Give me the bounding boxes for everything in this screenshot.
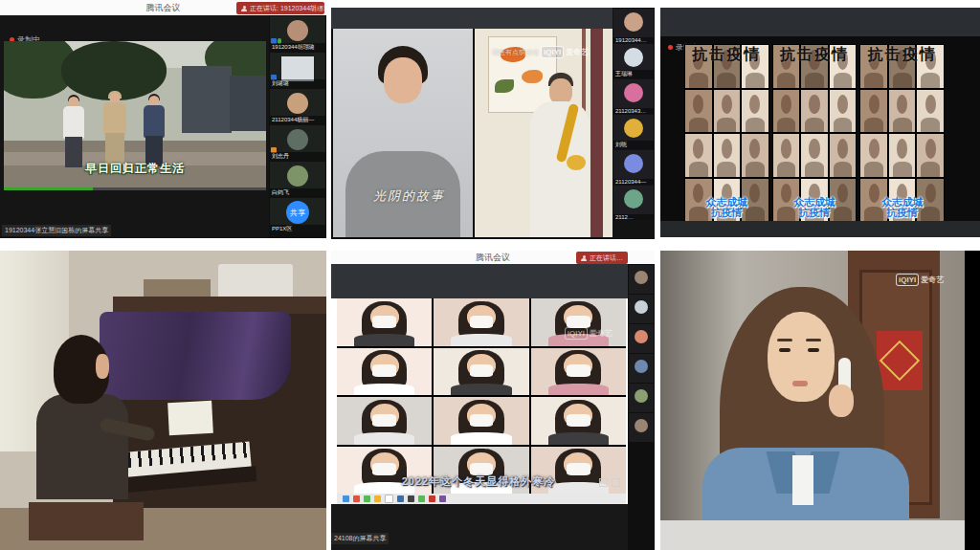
participant-tile[interactable]: [629, 413, 654, 442]
participant-tile[interactable]: [889, 134, 916, 177]
taskbar-app-icon[interactable]: [353, 495, 360, 502]
participant-tile[interactable]: 21120344—: [613, 150, 654, 185]
participant-tile[interactable]: [629, 265, 654, 294]
taskbar-app-icon[interactable]: [439, 495, 446, 502]
avatar: [624, 48, 643, 67]
player-controls[interactable]: [599, 478, 620, 487]
participant-tile[interactable]: [742, 90, 768, 133]
meeting-window-outdoor: 腾讯会议 正在讲话: 19120344胡璟璐 录制中: [0, 0, 326, 245]
face-mask: [470, 364, 494, 377]
participant-tile[interactable]: [773, 134, 800, 177]
taskbar-app-icon[interactable]: [408, 495, 414, 502]
participant-tile[interactable]: 王瑞琳: [613, 44, 654, 78]
participant-name: 2112…: [613, 214, 654, 220]
participant-tile[interactable]: [860, 90, 887, 133]
person-figure: [103, 93, 126, 171]
building: [230, 76, 266, 131]
participant-tile[interactable]: 刘志丹: [270, 125, 325, 161]
taskbar-app-icon[interactable]: [418, 495, 425, 502]
choir-tile[interactable]: [434, 348, 528, 396]
participant-sidebar: 19120344胡璟璐 刘璐璐 21120344杨丽— 刘志丹: [269, 15, 326, 238]
watermark: 瑞医有点萌没错 iQIYI 爱奇艺: [492, 46, 589, 58]
participant-name: 21120344—: [613, 179, 654, 185]
participant-tile[interactable]: 刘晓: [613, 115, 654, 149]
girl-video: iQIYI 爱奇艺: [660, 251, 980, 550]
inner-shirt: [792, 455, 813, 505]
person-icon: [581, 255, 587, 261]
participant-name: 19120344…: [613, 37, 654, 43]
participant-tile[interactable]: [714, 90, 741, 133]
choir-tile[interactable]: [531, 348, 626, 396]
figure-torso: [63, 106, 84, 139]
taskbar-app-icon[interactable]: [343, 495, 349, 502]
white-desk: [660, 520, 965, 550]
participant-tile[interactable]: [629, 354, 654, 383]
participant-tile[interactable]: [685, 134, 712, 177]
participant-tile[interactable]: [830, 90, 857, 133]
bottom-panel: 24108的屏幕共享: [331, 504, 655, 550]
participant-tile[interactable]: [629, 324, 654, 353]
participant-tile[interactable]: [714, 134, 741, 177]
figure-torso: [354, 432, 415, 444]
choir-tile[interactable]: [337, 348, 432, 396]
taskbar-app-icon[interactable]: [364, 495, 370, 502]
participant-tile[interactable]: 21120344杨丽—: [270, 89, 325, 124]
video-progress-bar[interactable]: [4, 187, 266, 190]
participant-tile[interactable]: [773, 90, 800, 133]
participant-tile[interactable]: [830, 134, 857, 177]
participant-tile[interactable]: [917, 134, 944, 177]
participant-tile[interactable]: [629, 384, 654, 412]
video-caption: 2022年这个冬天显得格外寒冷: [331, 474, 626, 489]
participant-tile[interactable]: [889, 90, 916, 133]
speaking-badge[interactable]: 正在讲话…: [576, 252, 628, 264]
participant-tile[interactable]: [917, 90, 944, 133]
taskbar[interactable]: [337, 494, 626, 504]
participant-tile[interactable]: 2112…: [613, 186, 654, 220]
choir-tile[interactable]: [337, 298, 432, 346]
taskbar-app-icon[interactable]: [429, 495, 435, 502]
participant-tile[interactable]: [742, 134, 768, 177]
avatar: [287, 129, 308, 150]
participant-tile[interactable]: [860, 134, 887, 177]
choir-tile[interactable]: [337, 397, 432, 445]
participant-tile[interactable]: [801, 90, 828, 133]
share-tile[interactable]: 共享 PP1X区: [270, 198, 325, 233]
participant-name: 21120343…: [613, 108, 654, 114]
room-scene: iQIYI 爱奇艺: [660, 251, 965, 550]
participant-tile[interactable]: [629, 295, 654, 323]
sheet-music: [167, 401, 213, 435]
figure-torso: [548, 432, 610, 444]
participant-name: 王瑞琳: [613, 70, 654, 78]
volume-icon[interactable]: [599, 478, 608, 487]
video-feed-singer: [333, 29, 473, 237]
choir-tile[interactable]: [434, 397, 528, 445]
taskbar-app-icon[interactable]: [374, 495, 381, 502]
participant-tile[interactable]: 19120344…: [613, 9, 654, 43]
slogan-line2: 抗疫情: [859, 208, 945, 219]
share-button[interactable]: 共享: [286, 201, 309, 224]
door-frame: [590, 29, 603, 237]
participant-tile[interactable]: 19120344胡璟璐: [270, 16, 325, 52]
window-toolbar: [660, 221, 980, 237]
participant-tile[interactable]: 21120343…: [613, 79, 654, 114]
pianist-face: [96, 354, 109, 379]
uploader-watermark: 瑞医有点萌没错: [492, 48, 539, 57]
choir-tile[interactable]: [434, 298, 528, 346]
participant-tile[interactable]: 白鸽飞: [270, 162, 325, 197]
taskbar-app-icon[interactable]: [385, 495, 393, 503]
participant-tile[interactable]: [685, 90, 712, 133]
piano-video: [0, 251, 326, 550]
fullscreen-icon[interactable]: [612, 478, 620, 487]
slogan-line2: 抗疫情: [684, 208, 769, 219]
choir-tile[interactable]: [531, 397, 626, 445]
participant-tile[interactable]: [801, 134, 828, 177]
participant-name: 21120344杨丽—: [270, 116, 325, 124]
face-mask: [372, 414, 396, 427]
lips: [792, 381, 808, 386]
taskbar-app-icon[interactable]: [397, 495, 404, 502]
participant-tile[interactable]: 刘璐璐: [270, 53, 325, 88]
speaking-badge[interactable]: 正在讲话: 19120344胡璟璐: [236, 2, 324, 14]
window-header: [331, 8, 612, 29]
iqiyi-logo-icon: iQIYI: [896, 274, 919, 286]
avatar: [287, 93, 308, 114]
